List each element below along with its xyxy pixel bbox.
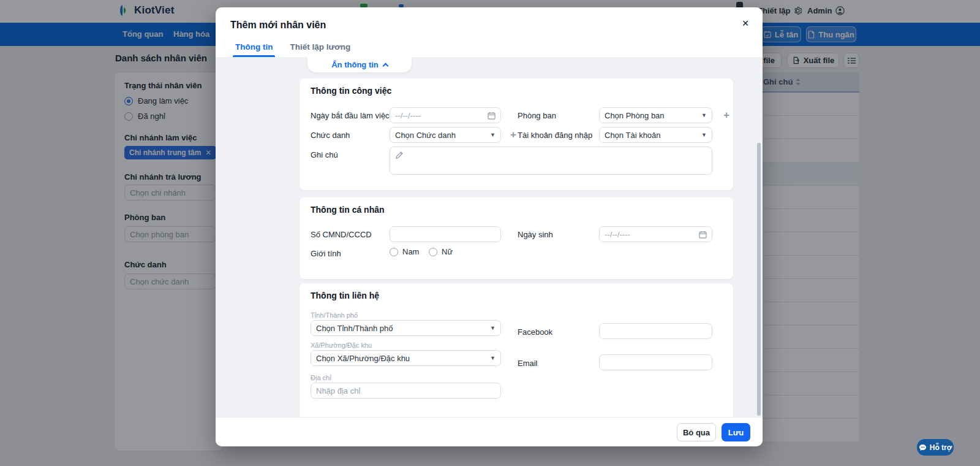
chevron-down-icon: ▼ [490,132,496,138]
radio-label: Nữ [442,247,453,256]
select-value: Chọn Tỉnh/Thành phố [316,324,486,333]
app-root: KiotViet Thiết lập Admin Tổng quan Hàng … [0,0,980,466]
radio-label: Nam [402,247,419,256]
hide-info-button[interactable]: Ẩn thông tin [307,57,412,72]
contact-info-card: Thông tin liên hệ Tỉnh/Thành phố Chọn Tỉ… [300,283,733,417]
gender-radio-nu[interactable]: Nữ [429,247,453,256]
job-title-select[interactable]: Chọn Chức danh ▼ [390,127,501,143]
modal-scrollbar[interactable] [757,143,761,416]
province-select[interactable]: Chọn Tỉnh/Thành phố ▼ [311,320,501,336]
start-date-label: Ngày bắt đầu làm việc [311,111,390,120]
support-button[interactable]: Hỗ trợ [917,439,954,456]
chevron-down-icon: ▼ [490,325,496,331]
add-department-button[interactable]: + [718,107,734,123]
email-label: Email [518,359,538,368]
skip-button[interactable]: Bỏ qua [677,423,716,441]
calendar-icon [699,231,707,239]
select-value: Chọn Phòng ban [605,111,698,120]
note-label: Ghi chú [311,150,338,159]
chevron-down-icon: ▼ [701,112,707,118]
account-label: Tài khoản đăng nhập [518,131,592,140]
ward-select[interactable]: Chọn Xã/Phường/Đặc khu ▼ [311,350,501,366]
radio-off-icon [429,248,437,256]
hide-info-label: Ẩn thông tin [331,60,379,69]
add-employee-modal: Thêm mới nhân viên × Thông tin Thiết lập… [216,7,763,446]
birthday-label: Ngày sinh [518,230,553,239]
chat-icon [919,444,927,451]
section-title: Thông tin công việc [311,86,391,96]
date-value: --/--/---- [395,111,488,120]
radio-off-icon [390,248,398,256]
save-button[interactable]: Lưu [722,423,750,441]
job-title-label: Chức danh [311,131,350,140]
select-value: Chọn Chức danh [395,131,486,140]
select-value: Chọn Tài khoản [605,131,698,140]
facebook-label: Facebook [518,327,552,337]
start-date-field[interactable]: --/--/---- [390,107,501,123]
chevron-down-icon: ▼ [490,355,496,361]
address-label: Địa chỉ [311,374,331,381]
birthday-field[interactable]: --/--/---- [599,226,712,242]
modal-header: Thêm mới nhân viên × Thông tin Thiết lập… [216,7,763,57]
facebook-input[interactable] [599,323,712,339]
pencil-icon [395,151,403,159]
ward-label: Xã/Phường/Đặc khu [311,342,372,349]
close-icon[interactable]: × [738,16,753,31]
select-value: Chọn Xã/Phường/Đặc khu [316,354,486,363]
calendar-icon [488,112,496,120]
support-label: Hỗ trợ [930,443,952,452]
id-number-input[interactable] [390,226,501,242]
date-value: --/--/---- [605,230,699,239]
note-textarea[interactable] [390,147,712,175]
modal-footer: Bỏ qua Lưu [216,417,763,446]
modal-tabs: Thông tin Thiết lập lương [235,42,350,57]
work-info-card: Thông tin công việc Ngày bắt đầu làm việ… [300,78,733,190]
id-number-label: Số CMND/CCCD [311,230,372,239]
province-label: Tỉnh/Thành phố [311,311,358,319]
modal-title: Thêm mới nhân viên [230,20,326,31]
tab-thong-tin[interactable]: Thông tin [235,42,273,57]
section-title: Thông tin cá nhân [311,205,385,215]
modal-body: Ẩn thông tin Thông tin công việc Ngày bắ… [216,57,763,417]
section-title: Thông tin liên hệ [311,291,379,300]
department-select[interactable]: Chọn Phòng ban ▼ [599,107,712,123]
gender-label: Giới tính [311,249,341,258]
tab-thiet-lap-luong[interactable]: Thiết lập lương [290,42,350,57]
chevron-up-icon [382,63,388,69]
account-select[interactable]: Chọn Tài khoản ▼ [599,127,712,143]
department-label: Phòng ban [518,111,556,120]
email-input[interactable] [599,354,712,370]
chevron-down-icon: ▼ [701,132,707,138]
address-input[interactable] [311,383,501,399]
gender-radio-nam[interactable]: Nam [390,247,419,256]
personal-info-card: Thông tin cá nhân Số CMND/CCCD Ngày sinh… [300,197,733,279]
